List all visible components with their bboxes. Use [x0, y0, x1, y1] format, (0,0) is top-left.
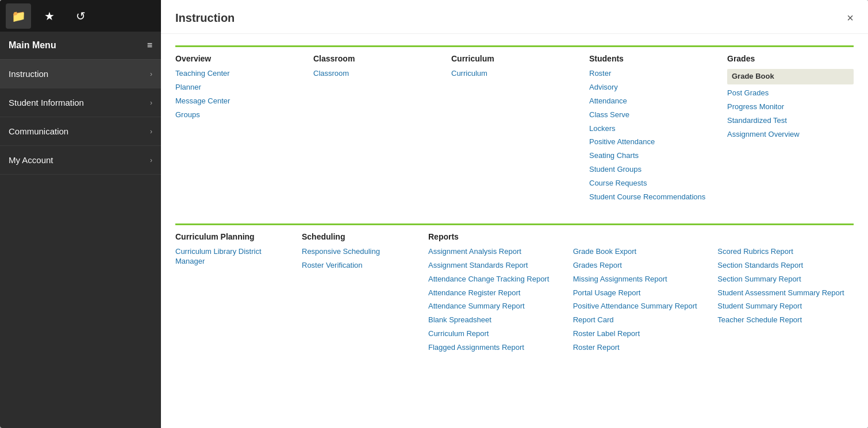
top-sections-row: Overview Teaching Center Planner Message…	[175, 45, 854, 206]
link-curriculum-library-district-manager[interactable]: Curriculum Library District Manager	[175, 247, 290, 267]
reports-columns: Assignment Analysis Report Assignment St…	[428, 247, 854, 357]
chevron-icon: ›	[150, 99, 152, 107]
link-groups[interactable]: Groups	[175, 110, 302, 120]
panel-header: Instruction ×	[161, 0, 868, 34]
section-grades: Grades Grade Book Post Grades Progress M…	[727, 45, 854, 206]
sidebar-item-label: Communication	[9, 126, 68, 136]
link-report-card[interactable]: Report Card	[573, 315, 709, 325]
link-positive-attendance[interactable]: Positive Attendance	[589, 137, 716, 147]
link-roster-report[interactable]: Roster Report	[573, 343, 709, 353]
main-menu-title: Main Menu	[9, 40, 56, 51]
link-roster-verification[interactable]: Roster Verification	[302, 261, 417, 271]
reports-col-3: Scored Rubrics Report Section Standards …	[717, 247, 854, 357]
main-content: Instruction × Overview Teaching Center P…	[161, 0, 868, 428]
section-reports: Reports Assignment Analysis Report Assig…	[428, 223, 854, 357]
sidebar-icon-bar: 📁 ★ ↺	[0, 0, 161, 32]
link-planner[interactable]: Planner	[175, 83, 302, 92]
section-students: Students Roster Advisory Attendance Clas…	[589, 45, 727, 206]
section-heading-curriculum-planning: Curriculum Planning	[175, 232, 290, 241]
menu-icon: ≡	[147, 40, 152, 51]
section-heading-scheduling: Scheduling	[302, 232, 417, 241]
link-roster-label-report[interactable]: Roster Label Report	[573, 329, 709, 339]
link-message-center[interactable]: Message Center	[175, 97, 302, 106]
folder-icon-btn[interactable]: 📁	[6, 3, 31, 29]
sidebar-item-label: My Account	[9, 155, 53, 165]
link-course-requests[interactable]: Course Requests	[589, 179, 716, 188]
link-attendance-summary-report[interactable]: Attendance Summary Report	[428, 302, 564, 311]
link-attendance-change-tracking-report[interactable]: Attendance Change Tracking Report	[428, 275, 564, 284]
link-student-groups[interactable]: Student Groups	[589, 165, 716, 175]
link-section-standards-report[interactable]: Section Standards Report	[717, 261, 854, 271]
section-curriculum-planning: Curriculum Planning Curriculum Library D…	[175, 223, 302, 357]
link-attendance-register-report[interactable]: Attendance Register Report	[428, 288, 564, 298]
link-positive-attendance-summary-report[interactable]: Positive Attendance Summary Report	[573, 302, 709, 311]
link-teacher-schedule-report[interactable]: Teacher Schedule Report	[717, 315, 854, 325]
link-assignment-standards-report[interactable]: Assignment Standards Report	[428, 261, 564, 271]
section-heading-classroom: Classroom	[313, 54, 440, 63]
sidebar-item-communication[interactable]: Communication ›	[0, 117, 161, 146]
link-curriculum-report[interactable]: Curriculum Report	[428, 329, 564, 339]
section-heading-overview: Overview	[175, 54, 302, 63]
sidebar-item-instruction[interactable]: Instruction ›	[0, 60, 161, 88]
link-assignment-overview[interactable]: Assignment Overview	[727, 130, 854, 140]
link-missing-assignments-report[interactable]: Missing Assignments Report	[573, 275, 709, 284]
link-lockers[interactable]: Lockers	[589, 124, 716, 134]
link-portal-usage-report[interactable]: Portal Usage Report	[573, 288, 709, 298]
link-teaching-center[interactable]: Teaching Center	[175, 69, 302, 79]
link-grades-report[interactable]: Grades Report	[573, 261, 709, 271]
reports-col-2: Grade Book Export Grades Report Missing …	[573, 247, 718, 357]
sidebar: 📁 ★ ↺ Main Menu ≡ Instruction › Student …	[0, 0, 161, 428]
sidebar-item-my-account[interactable]: My Account ›	[0, 146, 161, 175]
link-flagged-assignments-report[interactable]: Flagged Assignments Report	[428, 343, 564, 353]
section-heading-curriculum: Curriculum	[451, 54, 578, 63]
link-grade-book[interactable]: Grade Book	[727, 69, 854, 84]
section-heading-students: Students	[589, 54, 716, 63]
app-container: 📁 ★ ↺ Main Menu ≡ Instruction › Student …	[0, 0, 868, 428]
link-student-assessment-summary-report[interactable]: Student Assessment Summary Report	[717, 288, 854, 298]
sidebar-item-label: Instruction	[9, 69, 48, 79]
link-blank-spreadsheet[interactable]: Blank Spreadsheet	[428, 315, 564, 325]
star-icon-btn[interactable]: ★	[37, 3, 62, 29]
link-roster[interactable]: Roster	[589, 69, 716, 79]
section-classroom: Classroom Classroom	[313, 45, 451, 206]
chevron-icon: ›	[150, 156, 152, 164]
link-assignment-analysis-report[interactable]: Assignment Analysis Report	[428, 247, 564, 257]
link-classroom[interactable]: Classroom	[313, 69, 440, 79]
link-attendance[interactable]: Attendance	[589, 97, 716, 106]
link-class-serve[interactable]: Class Serve	[589, 110, 716, 120]
close-button[interactable]: ×	[847, 11, 854, 25]
reports-col-1: Assignment Analysis Report Assignment St…	[428, 247, 573, 357]
link-seating-charts[interactable]: Seating Charts	[589, 151, 716, 161]
link-progress-monitor[interactable]: Progress Monitor	[727, 102, 854, 112]
section-heading-reports: Reports	[428, 232, 854, 241]
sidebar-header: Main Menu ≡	[0, 32, 161, 60]
link-scored-rubrics-report[interactable]: Scored Rubrics Report	[717, 247, 854, 257]
section-heading-grades: Grades	[727, 54, 854, 63]
history-icon-btn[interactable]: ↺	[68, 3, 93, 29]
chevron-icon: ›	[150, 70, 152, 78]
link-responsive-scheduling[interactable]: Responsive Scheduling	[302, 247, 417, 257]
link-standardized-test[interactable]: Standardized Test	[727, 116, 854, 126]
bottom-sections-row: Curriculum Planning Curriculum Library D…	[175, 223, 854, 357]
panel-body: Overview Teaching Center Planner Message…	[161, 34, 868, 368]
link-section-summary-report[interactable]: Section Summary Report	[717, 275, 854, 284]
sidebar-item-student-information[interactable]: Student Information ›	[0, 88, 161, 117]
link-post-grades[interactable]: Post Grades	[727, 88, 854, 98]
sidebar-item-label: Student Information	[9, 98, 84, 107]
link-student-course-recommendations[interactable]: Student Course Recommendations	[589, 192, 716, 202]
link-student-summary-report[interactable]: Student Summary Report	[717, 302, 854, 311]
app-window: 📁 ★ ↺ Main Menu ≡ Instruction › Student …	[0, 0, 868, 428]
link-curriculum[interactable]: Curriculum	[451, 69, 578, 79]
chevron-icon: ›	[150, 128, 152, 136]
panel-title: Instruction	[175, 11, 235, 25]
link-grade-book-export[interactable]: Grade Book Export	[573, 247, 709, 257]
section-curriculum: Curriculum Curriculum	[451, 45, 589, 206]
section-overview: Overview Teaching Center Planner Message…	[175, 45, 313, 206]
section-scheduling: Scheduling Responsive Scheduling Roster …	[302, 223, 428, 357]
link-advisory[interactable]: Advisory	[589, 83, 716, 92]
